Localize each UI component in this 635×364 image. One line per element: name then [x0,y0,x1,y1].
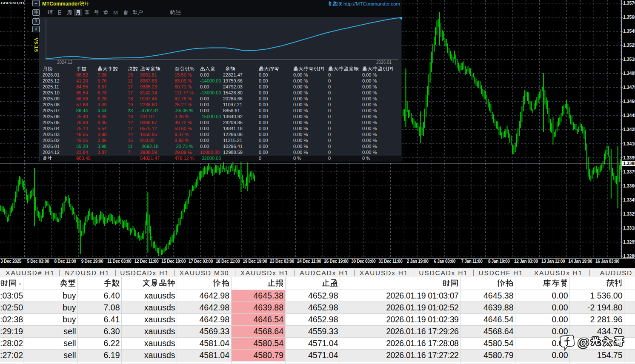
svg-text:1.3325: 1.3325 [623,211,635,216]
svg-text:2026.01: 2026.01 [376,60,392,65]
svg-text:2 Jan 19:00: 2 Jan 19:00 [407,259,429,264]
svg-text:1.3475: 1.3475 [623,85,635,90]
svg-text:15 Dec 19:00: 15 Dec 19:00 [161,259,186,264]
svg-text:12 Dec 11:00: 12 Dec 11:00 [134,259,159,264]
svg-text:1.3425: 1.3425 [623,127,635,132]
svg-text:1.3295: 1.3295 [623,239,635,245]
svg-text:11 Dec 03:00: 11 Dec 03:00 [107,259,132,264]
svg-text:31 Dec 11:00: 31 Dec 11:00 [378,259,403,264]
svg-text:13 Jan 11:00: 13 Jan 11:00 [541,259,565,264]
svg-text:23 Dec 03:00: 23 Dec 03:00 [270,259,295,264]
svg-text:1.3560: 1.3560 [623,14,635,20]
svg-text:1.3395: 1.3395 [623,155,635,160]
svg-text:1.3385: 1.3385 [623,161,635,166]
svg-text:8 Jan 19:00: 8 Jan 19:00 [488,259,510,264]
svg-text:1.3410: 1.3410 [623,141,635,146]
svg-text:1.3545: 1.3545 [623,28,635,34]
svg-text:19 Dec 19:00: 19 Dec 19:00 [243,259,267,264]
svg-text:7 Jan 11:00: 7 Jan 11:00 [461,259,483,264]
svg-text:1.3525: 1.3525 [623,43,635,48]
svg-text:1.3445: 1.3445 [623,113,635,118]
svg-text:9 Dec 19:00: 9 Dec 19:00 [81,259,103,264]
svg-text:3 Dec 2025: 3 Dec 2025 [0,259,21,264]
svg-text:16 Jan 03:00: 16 Jan 03:00 [595,259,620,264]
svg-text:26 Dec 19:00: 26 Dec 19:00 [324,259,349,264]
svg-text:1.3345: 1.3345 [623,197,635,202]
svg-text:1.3570: 1.3570 [623,0,635,6]
svg-text:1.3280: 1.3280 [623,253,635,259]
svg-text:1.3375: 1.3375 [623,169,635,174]
svg-text:1.3460: 1.3460 [623,99,635,104]
svg-text:30 Dec 03:00: 30 Dec 03:00 [351,259,376,264]
svg-text:2024.12: 2024.12 [57,60,73,65]
svg-text:8 Dec 11:00: 8 Dec 11:00 [54,259,76,264]
svg-text:1.3510: 1.3510 [623,57,635,62]
svg-text:1.3360: 1.3360 [623,183,635,188]
svg-text:24 Dec 11:00: 24 Dec 11:00 [297,259,321,264]
svg-text:17 Dec 03:00: 17 Dec 03:00 [189,259,213,264]
svg-text:6 Jan 03:00: 6 Jan 03:00 [434,259,455,264]
svg-text:12 Jan 03:00: 12 Jan 03:00 [514,259,538,264]
svg-text:14 Jan 19:00: 14 Jan 19:00 [568,259,592,264]
svg-text:18 Dec 11:00: 18 Dec 11:00 [216,259,240,264]
svg-text:1.3310: 1.3310 [623,225,635,230]
svg-text:1.3495: 1.3495 [623,71,635,76]
svg-text:5 Dec 03:00: 5 Dec 03:00 [27,259,49,264]
